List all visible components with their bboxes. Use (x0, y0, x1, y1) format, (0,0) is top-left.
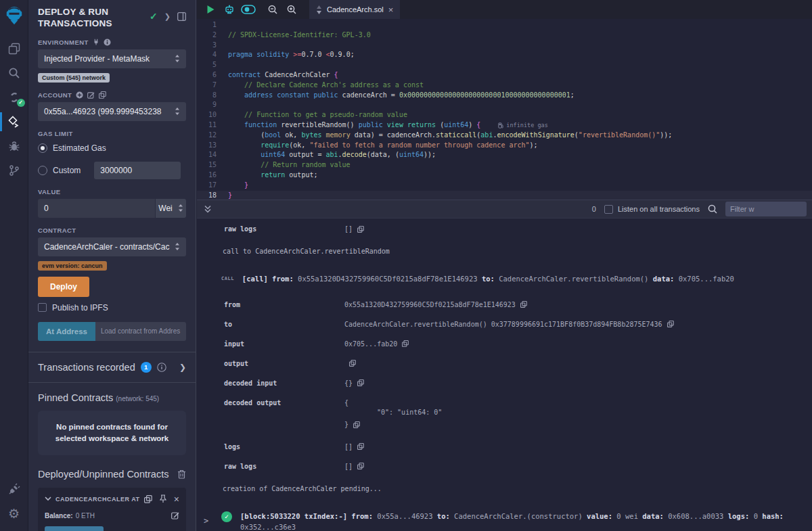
solidity-file-icon (316, 5, 322, 14)
plugin-manager-icon[interactable] (0, 477, 28, 501)
account-select[interactable]: 0x55a...46923 (999.9999453238 (38, 102, 186, 121)
listen-all-checkbox[interactable] (604, 205, 613, 214)
kv-value: CadenceArchCaler.revertibleRandom() 0x37… (344, 321, 674, 328)
deploy-button[interactable]: Deploy (38, 277, 89, 297)
line-number: 3 (197, 41, 228, 51)
pin-side-panel-icon[interactable] (177, 12, 186, 21)
zoom-in-icon[interactable] (284, 2, 300, 17)
code-text: // Return random value (228, 160, 351, 170)
tab-cadencearch-sol[interactable]: CadenceArch.sol × (309, 0, 400, 19)
terminal-search-icon[interactable] (708, 204, 717, 214)
sign-message-icon[interactable] (87, 91, 95, 99)
add-account-icon[interactable] (76, 91, 83, 99)
code-line-2[interactable]: 2// SPDX-License-Identifier: GPL-3.0 (197, 30, 812, 41)
line-number: 8 (197, 91, 228, 101)
transactions-info-icon[interactable] (157, 363, 166, 372)
kv-value: 0x55a1320D432759960C5Df0215a8dF78e1E1469… (344, 301, 527, 308)
code-line-7[interactable]: 7 // Declare Cadence Arch's address as a… (197, 80, 812, 91)
code-editor[interactable]: 12// SPDX-License-Identifier: GPL-3.034p… (197, 19, 812, 200)
remix-ai-assistant-icon[interactable] (221, 2, 238, 17)
copy-icon[interactable] (357, 379, 364, 386)
git-icon[interactable] (0, 158, 28, 183)
environment-select[interactable]: Injected Provider - MetaMask (38, 49, 186, 68)
code-line-15[interactable]: 15 // Return random value (197, 160, 812, 170)
transaction-summary-row[interactable]: call[call] from: 0x55a1320D432759960C5Df… (197, 264, 812, 295)
value-input[interactable] (38, 199, 155, 218)
zoom-out-icon[interactable] (265, 2, 281, 17)
code-line-12[interactable]: 12 (bool ok, bytes memory data) = cadenc… (197, 131, 812, 141)
code-text: } (228, 191, 232, 200)
at-address-input[interactable] (95, 322, 186, 341)
code-text: pragma solidity >=0.7.0 <0.9.0; (228, 50, 355, 60)
code-line-3[interactable]: 3 (197, 41, 812, 51)
copy-icon[interactable] (353, 421, 360, 428)
line-number: 14 (197, 150, 228, 160)
terminal-filter-input[interactable] (725, 202, 807, 216)
copilot-toggle-icon[interactable] (240, 2, 256, 17)
terminal-output[interactable]: raw logs[]call to CadenceArchCaler.rever… (197, 219, 812, 531)
copy-account-icon[interactable] (99, 91, 106, 99)
code-line-6[interactable]: 6contract CadenceArchCaler { (197, 70, 812, 80)
terminal-kv-row: from0x55a1320D432759960C5Df0215a8dF78e1E… (197, 295, 812, 315)
deploy-run-icon[interactable] (0, 110, 28, 134)
code-line-1[interactable]: 1 (197, 20, 812, 30)
contract-label: CONTRACT (38, 227, 76, 234)
collapse-terminal-icon[interactable] (204, 205, 212, 213)
tab-close-icon[interactable]: × (388, 5, 394, 15)
code-line-11[interactable]: 11 function revertibleRandom() public vi… (197, 120, 812, 131)
estimated-gas-label: Estimated Gas (53, 143, 106, 153)
remix-logo[interactable] (0, 1, 28, 31)
code-line-14[interactable]: 14 uint64 output = abi.decode(data, (uin… (197, 150, 812, 160)
method-button-cadencearch[interactable]: cadenceArch (45, 526, 104, 531)
copy-icon[interactable] (402, 340, 409, 347)
copy-icon[interactable] (349, 360, 356, 367)
copy-address-icon[interactable] (144, 495, 152, 503)
settings-icon[interactable]: ⚙ (0, 501, 28, 526)
terminal-prompt[interactable]: > (204, 516, 208, 526)
estimated-gas-radio[interactable] (38, 143, 47, 153)
line-number: 18 (197, 191, 228, 200)
file-explorer-icon[interactable] (0, 37, 28, 61)
code-line-5[interactable]: 5 (197, 60, 812, 70)
summary-text: [call] from: 0x55a1320D432759960C5Df0215… (242, 274, 734, 285)
search-icon[interactable] (0, 61, 28, 85)
custom-gas-radio[interactable] (38, 166, 47, 175)
plug-icon[interactable] (93, 39, 99, 45)
code-line-17[interactable]: 17 } (197, 181, 812, 191)
debugger-icon[interactable] (0, 134, 28, 158)
code-line-18[interactable]: 18} (197, 191, 812, 200)
line-number: 1 (197, 20, 228, 30)
code-text: return output; (228, 170, 317, 181)
copy-icon[interactable] (357, 226, 364, 233)
environment-info-icon[interactable] (104, 39, 111, 46)
expand-transactions-icon[interactable]: ❯ (179, 363, 186, 372)
code-line-16[interactable]: 16 return output; (197, 170, 812, 181)
solidity-compiler-icon[interactable]: ✓ (0, 85, 28, 110)
code-line-4[interactable]: 4pragma solidity >=0.7.0 <0.9.0; (197, 50, 812, 60)
at-address-button[interactable]: At Address (38, 322, 95, 341)
code-line-9[interactable]: 9 (197, 100, 812, 110)
transactions-recorded-row[interactable]: Transactions recorded 1 ❯ (28, 352, 196, 383)
clear-contracts-icon[interactable] (177, 469, 186, 479)
pin-contract-icon[interactable] (159, 494, 167, 503)
remove-contract-icon[interactable]: × (174, 496, 179, 503)
contract-select[interactable]: CadenceArchCaler - contracts/Cac (38, 237, 186, 256)
value-unit-select[interactable]: Wei (156, 199, 186, 218)
copy-icon[interactable] (520, 301, 527, 308)
transaction-summary-row[interactable]: ✓[block:5033220 txIndex:-] from: 0x55a..… (197, 501, 812, 531)
copy-icon[interactable] (357, 463, 364, 469)
copy-icon[interactable] (357, 443, 364, 450)
custom-gas-label: Custom (53, 166, 81, 175)
edit-balance-icon[interactable] (171, 511, 179, 520)
forward-chevron-icon[interactable]: ❯ (164, 12, 171, 21)
run-script-icon[interactable] (202, 2, 219, 17)
custom-gas-input[interactable] (94, 162, 181, 179)
collapse-contract-icon[interactable] (45, 497, 51, 501)
code-line-10[interactable]: 10 // Function to get a pseudo-random va… (197, 110, 812, 120)
balance-label: Balance: (45, 512, 73, 520)
line-number: 7 (197, 80, 228, 91)
code-line-13[interactable]: 13 require(ok, "failed to fetch a random… (197, 141, 812, 151)
publish-ipfs-checkbox[interactable] (38, 303, 47, 312)
code-line-8[interactable]: 8 address constant public cadenceArch = … (197, 91, 812, 101)
copy-icon[interactable] (667, 321, 674, 327)
